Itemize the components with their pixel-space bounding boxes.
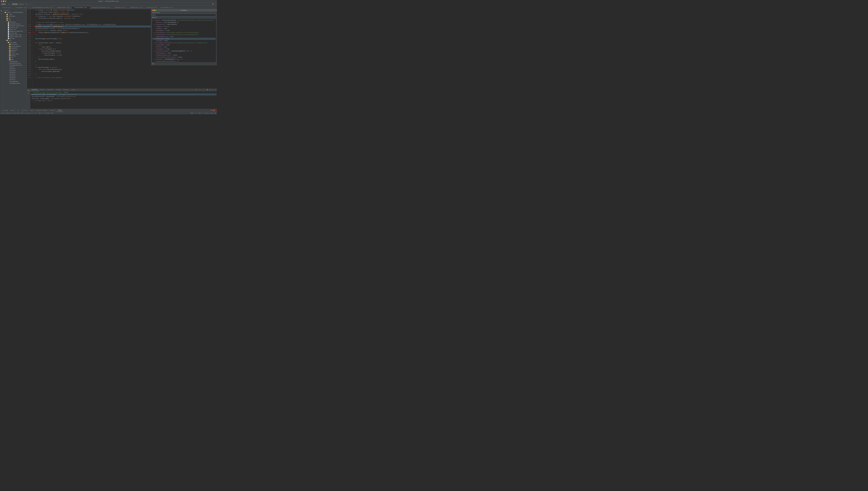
sidebar-item-basicvalue[interactable]: C BasicValue (3, 61, 27, 63)
sidebar-item-tomcat-users-xml[interactable]: ▶ 📄 tomcat-users.xml (3, 34, 27, 36)
result-row-failctx[interactable]: f failCtxIfServletStartFails = false (153, 56, 216, 58)
sidebar-gear-icon[interactable]: ⚙ (25, 9, 26, 11)
result-row-xmlbase[interactable]: f xmlBase = null (153, 28, 216, 30)
tab-close-icon-4[interactable]: ✕ (70, 7, 71, 8)
result-row-deployonstartup[interactable]: f deployOnStartup = true (153, 36, 216, 38)
sidebar-item-classloadtest[interactable]: ▶ 📁 classloadtest (3, 45, 27, 47)
tab-close-icon-6[interactable]: ✕ (110, 7, 111, 8)
debug-tab-overhead[interactable]: Overhead (46, 88, 55, 91)
expression-input[interactable] (152, 14, 216, 17)
debug-tab-memory[interactable]: Memory (39, 88, 46, 91)
sidebar-item-com-luban[interactable]: ▼ 📁 com.luban (3, 41, 27, 44)
sidebar-item-eltest5-tree[interactable]: C ELTest5 (3, 75, 27, 77)
debug-frame-1[interactable]: startInternal:1249, ContainerBase (org.a… (31, 93, 217, 95)
sidebar-item-group-send[interactable]: ▶ 📁 group.send (3, 53, 27, 55)
debug-run-icon[interactable]: 🐛 (20, 3, 22, 5)
tab-close-icon-2[interactable]: ✕ (28, 7, 28, 8)
sidebar-item-idea[interactable]: ▶ 📁 .idea (3, 13, 27, 16)
result-row-root[interactable]: ▼ ∞ result = {StandardHost@2073} "Standa… (153, 19, 216, 21)
debug-layout-icon[interactable]: ≡ (212, 88, 214, 91)
debug-step-into-icon[interactable]: ↓ (201, 88, 203, 91)
sidebar-item-eltest[interactable]: C ELTest (3, 66, 27, 68)
debug-close-icon[interactable]: ✕ (214, 88, 217, 91)
result-row-copyxml[interactable]: f copyXML = false (153, 40, 216, 42)
tab-webapploader[interactable]: ☕ WebappLoader.java ✕ (55, 6, 72, 9)
debug-frame-2[interactable]: startInternal:914, StandardHost (org.apa… (31, 95, 217, 97)
tab-webappclassloader[interactable]: ☕ WebappClassLoaderBase.java ✕ (90, 6, 113, 9)
dialog-minimize-btn[interactable] (154, 10, 155, 11)
bottom-tab-seqdiag[interactable]: Sequence Diagram (35, 109, 49, 112)
search-icon[interactable]: 🔍 (212, 3, 214, 5)
debug-tab-console[interactable]: Console (62, 88, 70, 91)
sidebar-item-conf[interactable]: ▼ 📁 conf (3, 19, 27, 21)
step-over-icon[interactable]: ↷ (0, 16, 3, 18)
bottom-tab-problems[interactable]: ⚠ Problems (0, 109, 10, 112)
sidebar-item-bytebuffertest[interactable]: C ByteBufferTest (3, 63, 27, 64)
debug-tab-frames[interactable]: Frames (70, 88, 77, 91)
nav-back-icon[interactable]: ◀ (8, 3, 9, 5)
sidebar-item-nio[interactable]: ▶ 📁 nio (3, 57, 27, 59)
step-out-icon[interactable]: ↑ (0, 21, 3, 24)
event-log-label[interactable]: Event Log (210, 113, 216, 114)
sidebar-item-eltest2[interactable]: C ELTest2 (3, 70, 27, 72)
settings-icon[interactable]: ⚙ (215, 3, 216, 5)
debug-frame-3[interactable]: start:143, LifecycleBase (org.apache.cat… (31, 97, 217, 100)
result-row-children[interactable]: ▶ f children = {HashMap@2145} size = 0 (153, 58, 216, 60)
sidebar-item-compilerx[interactable]: ▶ 📁 compilerx (3, 47, 27, 49)
debug-icon[interactable]: 🐛 (0, 9, 3, 12)
debug-tab-threads[interactable]: Threads (55, 88, 62, 91)
tab-standardhost[interactable]: ☕ StandardHost.java (158, 6, 174, 9)
minimize-button[interactable] (3, 0, 4, 2)
sidebar-item-catalina-policy[interactable]: ▶ 📄 catalina.policy (3, 23, 27, 25)
bottom-tab-build[interactable]: Build (10, 109, 16, 112)
sidebar-item-eltest1[interactable]: C ELTest1 (3, 68, 27, 70)
tab-close-icon-5[interactable]: ✕ (87, 7, 88, 8)
sidebar-item-tomcat[interactable]: ▼ 📁 tomcat ~/gitlab/tomcat (3, 11, 27, 13)
bootstrap-button[interactable]: Bootstrap (12, 3, 18, 5)
bottom-tab-git[interactable]: Git (16, 109, 21, 112)
run-icon-left[interactable]: ▶ (0, 12, 3, 15)
result-row-deployignore[interactable]: f deployIgnore = null (153, 52, 216, 54)
debug-more-icon[interactable]: ⊞ (209, 88, 211, 91)
result-row-autodeploy[interactable]: f autoDeploy = true (153, 30, 216, 32)
tab-close-icon-7[interactable]: ✕ (126, 7, 126, 8)
run-bottom-icon[interactable]: ▶ (27, 92, 30, 95)
tab-mynamectx[interactable]: ☕ MyNameContext.java (128, 6, 144, 9)
git-check-icon[interactable]: ✓ (29, 3, 30, 5)
sidebar-item-eltest7[interactable]: C ELTest7 (3, 79, 27, 81)
nav-forward-icon[interactable]: ▶ (9, 3, 10, 5)
bottom-tab-profiler[interactable]: Profiler (21, 109, 29, 112)
result-row-aliases[interactable]: f aliases = {String[0]@2138} [] (153, 21, 216, 23)
sidebar-item-filter[interactable]: ▶ 📁 filter (3, 51, 27, 53)
sidebar-item-web-xml[interactable]: ▶ 📄 web.xml (3, 37, 27, 39)
debug-resume-icon[interactable]: ▶ (195, 88, 197, 91)
result-row-undeployoldversions[interactable]: f undeployOldVersions = false (153, 54, 216, 56)
sidebar-item-escapedtest-tree[interactable]: C EscapedTest (3, 81, 27, 83)
result-row-deployxml[interactable]: f deployXML = true (153, 38, 216, 40)
sidebar-item-broadcast[interactable]: ▶ 📁 broadcast (3, 43, 27, 45)
result-row-errorreportvalve[interactable]: ▶ f errorReportValveClass = "org.apache.… (153, 42, 216, 44)
sidebar-item-classreaderutils[interactable]: C ClassReaderUtils (3, 64, 27, 66)
sidebar-item-hello-txt[interactable]: ▶ 📄 hello.txt (3, 28, 27, 30)
help-icon[interactable]: ? (152, 63, 154, 65)
stop-icon[interactable]: ⏹ (22, 3, 24, 5)
dialog-maximize-btn[interactable] (155, 10, 156, 11)
bottom-tab-terminal[interactable]: Terminal (49, 109, 57, 112)
sidebar-item-catalina[interactable]: ▶ 📁 Catalina (3, 21, 27, 23)
result-row-createdirs[interactable]: f createDirs = true (153, 48, 216, 50)
close-button[interactable] (1, 0, 2, 2)
debug-step-out-icon[interactable]: ↑ (204, 88, 206, 91)
sidebar-item-server-xml[interactable]: ▶ 📄 server.xml (3, 32, 27, 34)
result-row-bgprocdelay[interactable]: f backgroundProcessorDelay = -1 (153, 60, 216, 62)
sidebar-item-catalina-props[interactable]: ▶ 📄 catalina.properties (3, 25, 27, 27)
result-row-childclassloaders[interactable]: ▶ f childClassLoaders = {WeakHashMap@214… (153, 50, 216, 52)
tab-close-icon-3[interactable]: ✕ (53, 7, 54, 8)
sidebar-item-eltest6[interactable]: C ELTest6 (3, 77, 27, 79)
sidebar-item-eltest3[interactable]: C ELTest3 (3, 72, 27, 74)
sidebar-item-tomcat-users-xsd[interactable]: ▶ 📄 tomcat-users.xsd (3, 36, 27, 37)
bottom-tab-todo[interactable]: TODO (29, 109, 35, 112)
result-row-configclass[interactable]: ▶ f configClass = "org.apache.catalina.s… (153, 32, 216, 34)
sidebar-item-logging-props[interactable]: ▶ 📄 logging.properties (3, 30, 27, 32)
tab-close-icon[interactable]: ✕ (11, 7, 12, 8)
tab-jdtcompile[interactable]: ☕ JDTCompile.java ✕ (113, 6, 128, 9)
